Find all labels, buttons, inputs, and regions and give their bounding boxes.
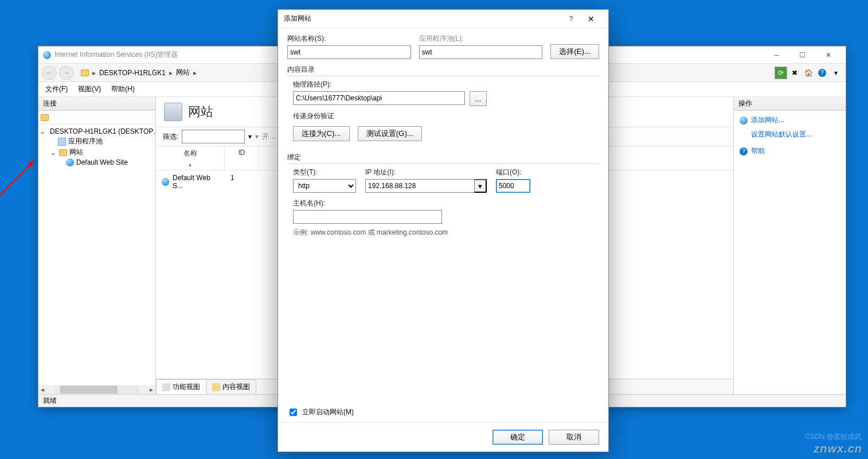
add-site-dialog: 添加网站 ? ✕ 网站名称(S): 应用程序池(L): 选择(E)... 内容目… bbox=[277, 9, 609, 452]
port-label: 端口(O): bbox=[496, 168, 530, 177]
scroll-left-icon[interactable]: ◂ bbox=[38, 386, 46, 394]
back-button[interactable]: ← bbox=[42, 66, 57, 80]
sort-icon: ▲ bbox=[187, 162, 193, 168]
action-set-defaults[interactable]: 设置网站默认设置... bbox=[751, 130, 840, 139]
ip-label: IP 地址(I): bbox=[365, 168, 487, 177]
sites-icon bbox=[164, 103, 182, 121]
dialog-footer: 确定 取消 bbox=[278, 422, 608, 452]
host-label: 主机名(H): bbox=[293, 199, 599, 208]
column-name[interactable]: 名称 ▲ bbox=[156, 146, 225, 170]
menu-file[interactable]: 文件(F) bbox=[45, 84, 68, 94]
globe-icon bbox=[66, 158, 74, 166]
connections-toolbar bbox=[38, 111, 155, 125]
menu-view[interactable]: 视图(V) bbox=[78, 84, 101, 94]
type-label: 类型(T): bbox=[293, 168, 356, 177]
app-icon bbox=[43, 51, 51, 59]
passthrough-label: 传递身份验证 bbox=[293, 111, 599, 121]
page-title: 网站 bbox=[188, 103, 213, 120]
ip-input[interactable] bbox=[365, 179, 474, 193]
dropdown-icon[interactable]: ▾ bbox=[830, 67, 842, 79]
site-name-label: 网站名称(S): bbox=[287, 34, 411, 44]
help-icon[interactable]: ? bbox=[816, 67, 828, 79]
site-name: Default Web S... bbox=[173, 174, 219, 190]
connections-header: 连接 bbox=[38, 97, 155, 111]
tree-sites-label: 网站 bbox=[69, 147, 83, 157]
help-button[interactable]: ? bbox=[562, 15, 580, 23]
dialog-titlebar[interactable]: 添加网站 ? ✕ bbox=[278, 10, 608, 28]
port-input[interactable] bbox=[496, 179, 530, 193]
ip-dropdown-button[interactable]: ▾ bbox=[474, 179, 487, 193]
dropdown-icon[interactable]: ▾ bbox=[248, 133, 252, 141]
folder-icon bbox=[59, 149, 67, 156]
action-add-site[interactable]: 添加网站... bbox=[751, 115, 784, 125]
actions-panel: 操作 添加网站... 设置网站默认设置... ? 帮助 bbox=[734, 97, 846, 394]
forward-button[interactable]: → bbox=[59, 66, 74, 80]
breadcrumb-host[interactable]: DESKTOP-H1RLGK1 bbox=[99, 69, 166, 77]
app-pool-label: 应用程序池(L): bbox=[419, 34, 543, 44]
host-input[interactable] bbox=[293, 210, 442, 224]
connect-as-button[interactable]: 连接为(C)... bbox=[293, 126, 350, 141]
start-now-checkbox[interactable] bbox=[290, 409, 297, 416]
svg-marker-1 bbox=[28, 161, 34, 168]
site-name-input[interactable] bbox=[287, 45, 411, 59]
tab-features[interactable]: 功能视图 bbox=[156, 379, 206, 394]
binding-group: 绑定 类型(T): http IP 地址(I): ▾ bbox=[287, 153, 599, 238]
close-button[interactable]: ✕ bbox=[580, 14, 603, 24]
chevron-right-icon: ▸ bbox=[169, 69, 173, 77]
globe-icon bbox=[740, 116, 748, 125]
scroll-right-icon[interactable]: ▸ bbox=[147, 386, 155, 394]
scroll-thumb[interactable] bbox=[60, 386, 118, 394]
horizontal-scrollbar[interactable]: ◂ ▸ bbox=[38, 385, 155, 394]
browse-button[interactable]: ... bbox=[470, 91, 487, 106]
collapse-icon[interactable]: ⌄ bbox=[40, 127, 45, 135]
breadcrumb-node[interactable]: 网站 bbox=[176, 68, 190, 77]
start-now-label: 立即启动网站(M) bbox=[302, 407, 354, 417]
refresh-icon[interactable]: ⟳ bbox=[775, 67, 787, 79]
tree-default-site-label: Default Web Site bbox=[76, 158, 128, 166]
tab-content[interactable]: 内容视图 bbox=[206, 379, 256, 394]
minimize-button[interactable]: ─ bbox=[764, 47, 789, 63]
tree-sites[interactable]: ⌄ 网站 bbox=[40, 147, 154, 158]
filter-label: 筛选: bbox=[163, 132, 178, 142]
app-pool-input bbox=[419, 45, 543, 59]
action-help[interactable]: 帮助 bbox=[751, 146, 765, 156]
physical-path-label: 物理路径(P): bbox=[293, 80, 599, 90]
binding-group-title: 绑定 bbox=[287, 153, 599, 164]
host-example: 示例: www.contoso.com 或 marketing.contoso.… bbox=[293, 228, 599, 238]
globe-icon bbox=[162, 178, 169, 186]
watermark-author: CSDN @柔软成武 bbox=[805, 432, 861, 442]
connections-tree[interactable]: ⌄ DESKTOP-H1RLGK1 (DESKTOP… 应用程序池 ⌄ 网站 bbox=[38, 125, 155, 394]
watermark: znwx.cn bbox=[814, 442, 862, 456]
features-icon bbox=[162, 383, 170, 391]
svg-line-0 bbox=[0, 161, 34, 212]
site-id: 1 bbox=[225, 172, 259, 192]
maximize-button[interactable]: ☐ bbox=[789, 47, 815, 63]
filter-input[interactable] bbox=[182, 130, 245, 143]
tree-app-pools[interactable]: 应用程序池 bbox=[40, 136, 154, 147]
column-id[interactable]: ID bbox=[225, 146, 259, 170]
physical-path-input[interactable] bbox=[293, 91, 465, 105]
start-now-row: 立即启动网站(M) bbox=[278, 402, 608, 422]
cancel-button[interactable]: 取消 bbox=[549, 430, 599, 445]
ok-button[interactable]: 确定 bbox=[492, 430, 543, 445]
content-icon bbox=[212, 383, 220, 391]
menu-help[interactable]: 帮助(H) bbox=[111, 84, 135, 94]
close-button[interactable]: ✕ bbox=[815, 47, 841, 63]
content-group-title: 内容目录 bbox=[287, 65, 599, 76]
filter-go-label[interactable]: 开… bbox=[262, 132, 276, 142]
collapse-icon[interactable]: ⌄ bbox=[50, 149, 57, 157]
chevron-right-icon: ▸ bbox=[193, 69, 197, 77]
tree-host[interactable]: ⌄ DESKTOP-H1RLGK1 (DESKTOP… bbox=[40, 127, 154, 136]
folder-icon[interactable] bbox=[41, 114, 49, 121]
help-icon: ? bbox=[740, 147, 748, 155]
filter-go-icon[interactable]: ▾ bbox=[255, 133, 259, 141]
chevron-right-icon: ▸ bbox=[92, 69, 96, 77]
actions-header: 操作 bbox=[734, 97, 846, 111]
tree-default-site[interactable]: Default Web Site bbox=[40, 158, 154, 167]
test-settings-button[interactable]: 测试设置(G)... bbox=[358, 126, 422, 141]
stop-icon[interactable]: ✖ bbox=[788, 67, 801, 79]
type-select[interactable]: http bbox=[293, 179, 356, 193]
select-pool-button[interactable]: 选择(E)... bbox=[550, 44, 599, 59]
folder-icon bbox=[81, 69, 89, 76]
home-icon[interactable]: 🏠 bbox=[802, 67, 815, 79]
